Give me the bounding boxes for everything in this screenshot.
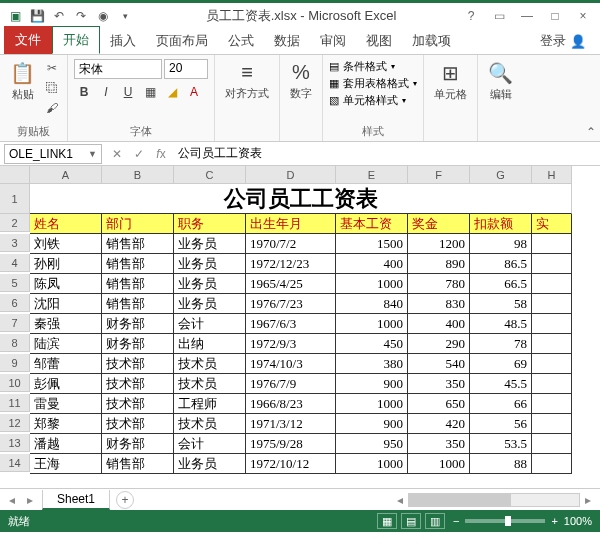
- data-cell[interactable]: 技术员: [174, 354, 246, 374]
- data-cell[interactable]: 380: [336, 354, 408, 374]
- data-cell[interactable]: [532, 414, 572, 434]
- font-size-select[interactable]: 20: [164, 59, 208, 79]
- copy-icon[interactable]: ⿻: [43, 79, 61, 97]
- row-header[interactable]: 1: [0, 184, 30, 214]
- column-header[interactable]: G: [470, 166, 532, 184]
- row-header[interactable]: 5: [0, 274, 30, 292]
- data-cell[interactable]: 郑黎: [30, 414, 102, 434]
- data-cell[interactable]: 技术员: [174, 374, 246, 394]
- sheet-nav-prev-icon[interactable]: ◂: [6, 493, 18, 507]
- row-header[interactable]: 11: [0, 394, 30, 412]
- data-cell[interactable]: 秦强: [30, 314, 102, 334]
- data-cell[interactable]: 1974/10/3: [246, 354, 336, 374]
- data-cell[interactable]: 会计: [174, 434, 246, 454]
- paste-button[interactable]: 📋 粘贴: [6, 59, 39, 104]
- row-header[interactable]: 9: [0, 354, 30, 372]
- data-cell[interactable]: 孙刚: [30, 254, 102, 274]
- data-cell[interactable]: 业务员: [174, 294, 246, 314]
- data-cell[interactable]: 1976/7/9: [246, 374, 336, 394]
- sheet-title-cell[interactable]: 公司员工工资表: [30, 184, 572, 214]
- scroll-thumb[interactable]: [409, 494, 511, 506]
- data-cell[interactable]: 技术部: [102, 414, 174, 434]
- data-cell[interactable]: 工程师: [174, 394, 246, 414]
- page-break-view-icon[interactable]: ▥: [425, 513, 445, 529]
- data-cell[interactable]: 沈阳: [30, 294, 102, 314]
- row-header[interactable]: 10: [0, 374, 30, 392]
- data-cell[interactable]: 财务部: [102, 334, 174, 354]
- row-header[interactable]: 8: [0, 334, 30, 352]
- cancel-formula-icon[interactable]: ✕: [106, 147, 128, 161]
- italic-button[interactable]: I: [96, 82, 116, 102]
- data-cell[interactable]: [532, 254, 572, 274]
- data-cell[interactable]: [532, 454, 572, 474]
- sheet-nav-next-icon[interactable]: ▸: [24, 493, 36, 507]
- camera-icon[interactable]: ◉: [96, 9, 110, 23]
- data-cell[interactable]: 86.5: [470, 254, 532, 274]
- data-cell[interactable]: 王海: [30, 454, 102, 474]
- tab-addins[interactable]: 加载项: [402, 28, 461, 54]
- minimize-icon[interactable]: —: [518, 9, 536, 23]
- data-cell[interactable]: 66.5: [470, 274, 532, 294]
- zoom-out-button[interactable]: −: [453, 515, 459, 527]
- collapse-ribbon-icon[interactable]: ⌃: [586, 125, 596, 139]
- data-cell[interactable]: 1971/3/12: [246, 414, 336, 434]
- data-cell[interactable]: [532, 394, 572, 414]
- add-sheet-button[interactable]: +: [116, 491, 134, 509]
- tab-formulas[interactable]: 公式: [218, 28, 264, 54]
- help-icon[interactable]: ?: [462, 9, 480, 23]
- scroll-right-icon[interactable]: ▸: [582, 493, 594, 507]
- data-cell[interactable]: 1000: [336, 394, 408, 414]
- data-cell[interactable]: 350: [408, 374, 470, 394]
- cells-button[interactable]: ⊞ 单元格: [430, 59, 471, 104]
- sheet-tab[interactable]: Sheet1: [42, 490, 110, 510]
- row-header[interactable]: 4: [0, 254, 30, 272]
- data-cell[interactable]: 56: [470, 414, 532, 434]
- data-cell[interactable]: 450: [336, 334, 408, 354]
- data-cell[interactable]: 销售部: [102, 254, 174, 274]
- cut-icon[interactable]: ✂: [43, 59, 61, 77]
- data-cell[interactable]: 销售部: [102, 274, 174, 294]
- fill-color-button[interactable]: ◢: [162, 82, 182, 102]
- tab-review[interactable]: 审阅: [310, 28, 356, 54]
- table-header-cell[interactable]: 奖金: [408, 214, 470, 234]
- maximize-icon[interactable]: □: [546, 9, 564, 23]
- normal-view-icon[interactable]: ▦: [377, 513, 397, 529]
- data-cell[interactable]: 58: [470, 294, 532, 314]
- select-all-corner[interactable]: [0, 166, 30, 184]
- data-cell[interactable]: 财务部: [102, 434, 174, 454]
- data-cell[interactable]: 1972/10/12: [246, 454, 336, 474]
- data-cell[interactable]: 1976/7/23: [246, 294, 336, 314]
- data-cell[interactable]: 技术部: [102, 374, 174, 394]
- table-format-button[interactable]: ▦套用表格格式▾: [329, 76, 417, 91]
- row-header[interactable]: 13: [0, 434, 30, 452]
- data-cell[interactable]: 1975/9/28: [246, 434, 336, 454]
- row-header[interactable]: 6: [0, 294, 30, 312]
- font-name-select[interactable]: 宋体: [74, 59, 162, 79]
- data-cell[interactable]: 1500: [336, 234, 408, 254]
- data-cell[interactable]: [532, 274, 572, 294]
- data-cell[interactable]: 66: [470, 394, 532, 414]
- data-cell[interactable]: 会计: [174, 314, 246, 334]
- data-cell[interactable]: 78: [470, 334, 532, 354]
- undo-icon[interactable]: ↶: [52, 9, 66, 23]
- data-cell[interactable]: 1966/8/23: [246, 394, 336, 414]
- table-header-cell[interactable]: 职务: [174, 214, 246, 234]
- data-cell[interactable]: 陈凤: [30, 274, 102, 294]
- data-cell[interactable]: 290: [408, 334, 470, 354]
- tab-data[interactable]: 数据: [264, 28, 310, 54]
- data-cell[interactable]: 潘越: [30, 434, 102, 454]
- data-cell[interactable]: 彭佩: [30, 374, 102, 394]
- data-cell[interactable]: 420: [408, 414, 470, 434]
- number-button[interactable]: % 数字: [286, 59, 316, 103]
- column-header[interactable]: H: [532, 166, 572, 184]
- table-header-cell[interactable]: 出生年月: [246, 214, 336, 234]
- tab-login[interactable]: 登录👤: [530, 28, 596, 54]
- column-header[interactable]: B: [102, 166, 174, 184]
- bold-button[interactable]: B: [74, 82, 94, 102]
- data-cell[interactable]: 400: [336, 254, 408, 274]
- data-cell[interactable]: 陆滨: [30, 334, 102, 354]
- data-cell[interactable]: 950: [336, 434, 408, 454]
- ribbon-toggle-icon[interactable]: ▭: [490, 9, 508, 23]
- tab-view[interactable]: 视图: [356, 28, 402, 54]
- fx-icon[interactable]: fx: [150, 147, 172, 161]
